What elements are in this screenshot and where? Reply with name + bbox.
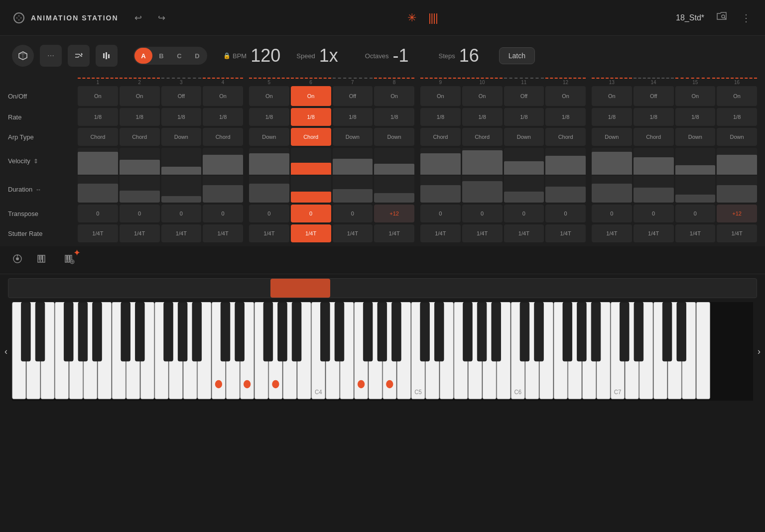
arp-cells-step-8[interactable]: Down bbox=[374, 128, 414, 146]
black-key-Dsharp4[interactable] bbox=[335, 302, 344, 361]
black-key-Dsharp2[interactable] bbox=[135, 302, 145, 361]
latch-button[interactable]: Latch bbox=[499, 47, 535, 64]
transpose-step-8[interactable]: +12 bbox=[374, 205, 414, 222]
piano-svg[interactable]: C4C5C6C7 bbox=[12, 302, 753, 401]
onoff-cells-step-6[interactable]: On bbox=[291, 86, 331, 106]
black-key-Dsharp6[interactable] bbox=[534, 302, 544, 361]
black-key-Gsharp6[interactable] bbox=[577, 302, 587, 361]
black-key-Asharp5[interactable] bbox=[492, 302, 501, 361]
rate-cells-step-11[interactable]: 1/8 bbox=[504, 108, 544, 126]
stutter-cells-step-8[interactable]: 1/4T bbox=[374, 224, 414, 242]
rate-cells-step-5[interactable]: 1/8 bbox=[249, 108, 289, 126]
bpm-value[interactable]: 120 bbox=[251, 45, 280, 66]
black-key-Dsharp1[interactable] bbox=[35, 302, 45, 361]
onoff-cells-step-5[interactable]: On bbox=[249, 86, 289, 106]
white-key-B7[interactable] bbox=[696, 302, 710, 399]
vel-dur-step-4[interactable] bbox=[203, 148, 243, 203]
rate-cells-step-1[interactable]: 1/8 bbox=[78, 108, 118, 126]
transpose-step-10[interactable]: 0 bbox=[462, 205, 503, 222]
arp-cells-step-9[interactable]: Chord bbox=[420, 128, 461, 146]
mini-map-thumb[interactable] bbox=[270, 279, 330, 298]
onoff-cells-step-13[interactable]: On bbox=[592, 86, 632, 106]
arp-cells-step-5[interactable]: Down bbox=[249, 128, 289, 146]
black-key-Gsharp4[interactable] bbox=[378, 302, 387, 361]
segment-c-button[interactable]: C bbox=[170, 48, 188, 64]
arp-cells-step-4[interactable]: Chord bbox=[203, 128, 243, 146]
black-key-Fsharp6[interactable] bbox=[563, 302, 572, 361]
mini-map[interactable] bbox=[8, 278, 757, 298]
piano-nav-right[interactable]: › bbox=[753, 302, 765, 401]
stutter-cells-step-9[interactable]: 1/4T bbox=[420, 224, 461, 242]
vel-dur-step-14[interactable] bbox=[634, 148, 674, 203]
segment-b-button[interactable]: B bbox=[152, 48, 170, 64]
black-key-Asharp1[interactable] bbox=[93, 302, 102, 361]
stutter-cells-step-16[interactable]: 1/4T bbox=[717, 224, 757, 242]
black-key-Csharp4[interactable] bbox=[321, 302, 330, 361]
stutter-cells-step-10[interactable]: 1/4T bbox=[462, 224, 503, 242]
onoff-cells-step-3[interactable]: Off bbox=[161, 86, 202, 106]
black-key-Csharp2[interactable] bbox=[121, 302, 130, 361]
cube-button[interactable] bbox=[12, 45, 34, 67]
transpose-step-11[interactable]: 0 bbox=[504, 205, 544, 222]
onoff-cells-step-14[interactable]: Off bbox=[634, 86, 674, 106]
rate-cells-step-4[interactable]: 1/8 bbox=[203, 108, 243, 126]
onoff-cells-step-9[interactable]: On bbox=[420, 86, 461, 106]
more-options-button[interactable]: ⋮ bbox=[739, 10, 753, 26]
segment-d-button[interactable]: D bbox=[188, 48, 206, 64]
arp-cells-step-13[interactable]: Down bbox=[592, 128, 632, 146]
redo-button[interactable]: ↪ bbox=[154, 10, 169, 25]
rate-cells-step-14[interactable]: 1/8 bbox=[634, 108, 674, 126]
bottom-knob-button[interactable] bbox=[8, 251, 27, 269]
stutter-cells-step-7[interactable]: 1/4T bbox=[333, 224, 373, 242]
vel-dur-step-3[interactable] bbox=[161, 148, 202, 203]
rate-cells-step-8[interactable]: 1/8 bbox=[374, 108, 414, 126]
black-key-Gsharp1[interactable] bbox=[78, 302, 88, 361]
octaves-value[interactable]: -1 bbox=[393, 45, 423, 66]
transpose-step-5[interactable]: 0 bbox=[249, 205, 289, 222]
black-key-Fsharp5[interactable] bbox=[463, 302, 473, 361]
onoff-cells-step-15[interactable]: On bbox=[675, 86, 716, 106]
transpose-step-16[interactable]: +12 bbox=[717, 205, 757, 222]
vel-dur-step-6[interactable] bbox=[291, 148, 331, 203]
black-key-Csharp7[interactable] bbox=[620, 302, 629, 361]
transpose-step-6[interactable]: 0 bbox=[291, 205, 331, 222]
shuffle-button[interactable] bbox=[68, 45, 90, 67]
black-key-Gsharp7[interactable] bbox=[677, 302, 686, 361]
onoff-cells-step-2[interactable]: On bbox=[120, 86, 160, 106]
onoff-cells-step-10[interactable]: On bbox=[462, 86, 503, 106]
black-key-Gsharp5[interactable] bbox=[477, 302, 487, 361]
transpose-step-13[interactable]: 0 bbox=[592, 205, 632, 222]
piano-config-button[interactable] bbox=[60, 251, 79, 269]
onoff-cells-step-8[interactable]: On bbox=[374, 86, 414, 106]
onoff-cells-step-12[interactable]: On bbox=[545, 86, 586, 106]
rate-cells-step-12[interactable]: 1/8 bbox=[545, 108, 586, 126]
black-key-Fsharp4[interactable] bbox=[363, 302, 373, 361]
black-key-Csharp6[interactable] bbox=[520, 302, 529, 361]
black-key-Gsharp3[interactable] bbox=[278, 302, 287, 361]
steps-value[interactable]: 16 bbox=[459, 45, 489, 66]
black-key-Csharp1[interactable] bbox=[21, 302, 31, 361]
black-key-Fsharp1[interactable] bbox=[64, 302, 73, 361]
vel-dur-step-16[interactable] bbox=[717, 148, 757, 203]
black-key-Fsharp7[interactable] bbox=[662, 302, 672, 361]
rate-cells-step-13[interactable]: 1/8 bbox=[592, 108, 632, 126]
transpose-step-2[interactable]: 0 bbox=[120, 205, 160, 222]
black-key-Csharp3[interactable] bbox=[221, 302, 230, 361]
arp-cells-step-1[interactable]: Chord bbox=[78, 128, 118, 146]
transpose-step-12[interactable]: 0 bbox=[545, 205, 586, 222]
black-key-Asharp2[interactable] bbox=[192, 302, 202, 361]
more-tool-button[interactable]: ⋯ bbox=[40, 45, 62, 67]
stutter-cells-step-11[interactable]: 1/4T bbox=[504, 224, 544, 242]
black-key-Gsharp2[interactable] bbox=[178, 302, 187, 361]
arp-cells-step-16[interactable]: Down bbox=[717, 128, 757, 146]
stutter-cells-step-3[interactable]: 1/4T bbox=[161, 224, 202, 242]
transpose-step-1[interactable]: 0 bbox=[78, 205, 118, 222]
rate-cells-step-2[interactable]: 1/8 bbox=[120, 108, 160, 126]
vel-dur-step-11[interactable] bbox=[504, 148, 544, 203]
transpose-step-4[interactable]: 0 bbox=[203, 205, 243, 222]
stutter-cells-step-12[interactable]: 1/4T bbox=[545, 224, 586, 242]
stutter-cells-step-6[interactable]: 1/4T bbox=[291, 224, 331, 242]
black-key-Asharp6[interactable] bbox=[591, 302, 601, 361]
black-key-Dsharp7[interactable] bbox=[634, 302, 643, 361]
arp-cells-step-3[interactable]: Down bbox=[161, 128, 202, 146]
